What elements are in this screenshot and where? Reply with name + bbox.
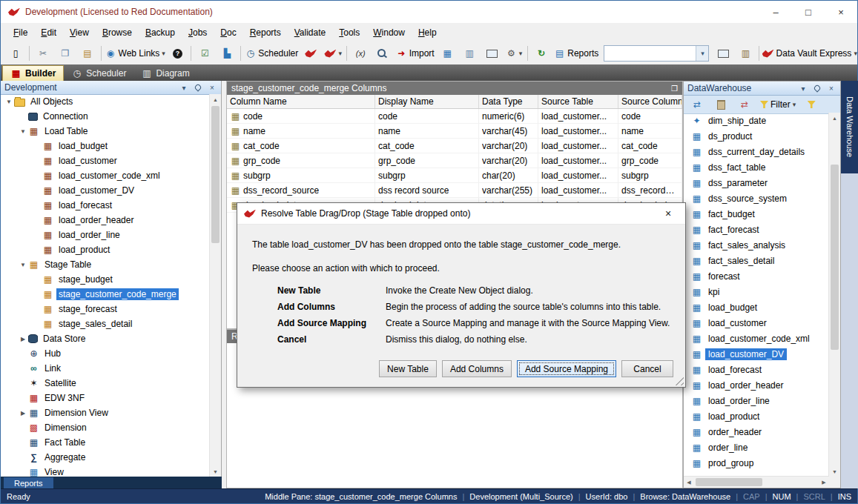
chevron-down-icon[interactable]: ▼ bbox=[4, 99, 14, 105]
tree-scrollbar[interactable]: ▲ ▼ bbox=[209, 94, 221, 477]
menu-backup[interactable]: Backup bbox=[139, 25, 182, 40]
add-source-mapping-button[interactable]: Add Source Mapping bbox=[517, 360, 616, 377]
cancel-button[interactable]: Cancel bbox=[621, 360, 673, 377]
browser-item-ds-product[interactable]: ▦ds_product bbox=[691, 128, 829, 144]
scroll-down-icon[interactable]: ▼ bbox=[829, 466, 840, 477]
tab-reports[interactable]: Reports bbox=[4, 477, 53, 489]
datawarehouse-side-tab[interactable]: Data Warehouse bbox=[841, 81, 858, 173]
browser-scrollbar[interactable]: ▲ ▼ bbox=[828, 113, 840, 477]
search-button[interactable] bbox=[372, 44, 394, 63]
browser-item-dim-ship-date[interactable]: ✦dim_ship_date bbox=[691, 113, 829, 128]
new-table-button[interactable]: New Table bbox=[379, 360, 437, 377]
browser-refresh-button[interactable]: ⇄ bbox=[686, 95, 708, 114]
browser-item-load-forecast[interactable]: ▦load_forecast bbox=[691, 362, 829, 377]
tree-item-all-objects[interactable]: ▼All Objects bbox=[1, 94, 210, 109]
tree-item-dimension-view[interactable]: ▶▦Dimension View bbox=[1, 405, 210, 420]
clipboard-button[interactable]: ☑ bbox=[194, 44, 216, 63]
menu-jobs[interactable]: Jobs bbox=[182, 25, 214, 40]
browser-item-load-order-line[interactable]: ▦load_order_line bbox=[691, 393, 829, 408]
menu-validate[interactable]: Validate bbox=[288, 25, 333, 40]
browser-item-dss-parameter[interactable]: ▦dss_parameter bbox=[691, 175, 829, 190]
resize-grip-icon[interactable] bbox=[675, 377, 684, 385]
filter-edit-button[interactable] bbox=[800, 95, 822, 114]
help-button[interactable] bbox=[166, 44, 188, 63]
close-button[interactable]: × bbox=[825, 1, 857, 23]
browser-item-prod-group[interactable]: ▦prod_group bbox=[691, 455, 829, 471]
filter-button[interactable]: Filter ▾ bbox=[757, 95, 799, 114]
browser-item-load-order-header[interactable]: ▦load_order_header bbox=[691, 377, 829, 393]
chevron-down-icon[interactable]: ▼ bbox=[18, 262, 28, 268]
tree-item-edw-3nf[interactable]: ▦EDW 3NF bbox=[1, 391, 210, 405]
browser-item-dss-source-system[interactable]: ▦dss_source_system bbox=[691, 190, 829, 206]
tree-item-load-customer-code-xml[interactable]: ▦load_customer_code_xml bbox=[1, 168, 210, 183]
tree-item-load-table[interactable]: ▼▦Load Table bbox=[1, 124, 210, 139]
scroll-right-icon[interactable]: ▶ bbox=[819, 477, 829, 488]
browser-item-kpi[interactable]: ▦kpi bbox=[691, 284, 829, 299]
pane-restore-icon[interactable]: ❐ bbox=[671, 84, 678, 93]
tree-item-stage-sales-detail[interactable]: ▦stage_sales_detail bbox=[1, 316, 210, 331]
table-row[interactable]: ▦dss_record_sourcedss record sourcevarch… bbox=[227, 183, 682, 198]
panel-menu-icon[interactable]: ▾ bbox=[798, 84, 808, 93]
tree-item-stage-forecast[interactable]: ▦stage_forecast bbox=[1, 302, 210, 316]
tree-item-load-product[interactable]: ▦load_product bbox=[1, 242, 210, 257]
tree-item-stage-budget[interactable]: ▦stage_budget bbox=[1, 272, 210, 287]
menu-browse[interactable]: Browse bbox=[96, 25, 139, 40]
menu-tools[interactable]: Tools bbox=[332, 25, 366, 40]
scroll-down-icon[interactable]: ▼ bbox=[210, 466, 221, 477]
column-header-column-name[interactable]: Column Name bbox=[227, 95, 375, 108]
scheduler-button[interactable]: ◷Scheduler bbox=[243, 44, 300, 63]
combo-dropdown-icon[interactable]: ▾ bbox=[696, 46, 708, 61]
browser-item-fact-forecast[interactable]: ▦fact_forecast bbox=[691, 222, 829, 237]
menu-view[interactable]: View bbox=[63, 25, 96, 40]
scroll-thumb[interactable] bbox=[211, 106, 220, 243]
tree-item-connection[interactable]: Connection bbox=[1, 109, 210, 124]
chart-button[interactable]: ▙ bbox=[216, 44, 238, 63]
tree-item-view[interactable]: ▦View bbox=[1, 465, 210, 477]
dialog-close-button[interactable]: × bbox=[658, 208, 679, 219]
panel-close-icon[interactable]: × bbox=[826, 84, 836, 93]
web-links-button[interactable]: ◉Web Links▾ bbox=[104, 44, 166, 63]
column-view-button[interactable]: ▥ bbox=[458, 44, 481, 63]
monitor-view-button[interactable] bbox=[712, 44, 734, 63]
scroll-thumb[interactable] bbox=[696, 478, 762, 486]
grid-view-button[interactable]: ▦ bbox=[436, 44, 458, 63]
tree-item-aggregate[interactable]: ∑Aggregate bbox=[1, 450, 210, 465]
refresh-button[interactable]: ↻ bbox=[530, 44, 552, 63]
tab-builder[interactable]: ▦Builder bbox=[2, 65, 64, 81]
scroll-up-icon[interactable]: ▲ bbox=[210, 94, 221, 105]
column-header-source-table[interactable]: Source Table bbox=[538, 95, 618, 108]
table-row[interactable]: ▦subgrpsubgrpchar(20)load_customer...sub… bbox=[227, 168, 682, 183]
browser-item-order-header[interactable]: ▦order_header bbox=[691, 424, 829, 440]
column-header-data-type[interactable]: Data Type bbox=[479, 95, 538, 108]
reports-button[interactable]: ▤Reports bbox=[552, 44, 600, 63]
tree-item-load-budget[interactable]: ▦load_budget bbox=[1, 139, 210, 153]
column-header-source-column[interactable]: Source Column bbox=[618, 95, 682, 108]
browser-item-dss-current-day-details[interactable]: ▦dss_current_day_details bbox=[691, 144, 829, 159]
browser-item-load-customer-code-xml[interactable]: ▦load_customer_code_xml bbox=[691, 331, 829, 346]
tab-scheduler[interactable]: ◷Scheduler bbox=[64, 66, 133, 81]
minimize-button[interactable]: – bbox=[759, 1, 792, 23]
reports-combobox[interactable]: ▾ bbox=[604, 45, 710, 62]
browser-item-load-customer-dv[interactable]: ▦load_customer_DV bbox=[691, 346, 829, 362]
tree-item-load-forecast[interactable]: ▦load_forecast bbox=[1, 198, 210, 213]
import-button[interactable]: ➜Import bbox=[394, 44, 436, 63]
browser-transfer-button[interactable]: ⇄ bbox=[733, 95, 756, 114]
scroll-thumb[interactable] bbox=[831, 165, 839, 350]
tree-item-dimension[interactable]: ▩Dimension bbox=[1, 420, 210, 435]
browser-item-fact-sales-detail[interactable]: ▦fact_sales_detail bbox=[691, 253, 829, 268]
new-document-button[interactable]: ▯ bbox=[4, 44, 27, 63]
browser-delete-button[interactable] bbox=[710, 95, 732, 114]
menu-window[interactable]: Window bbox=[366, 25, 412, 40]
browser-item-fact-budget[interactable]: ▦fact_budget bbox=[691, 206, 829, 222]
browser-item-load-budget[interactable]: ▦load_budget bbox=[691, 299, 829, 315]
pin-icon[interactable] bbox=[193, 84, 203, 90]
tree-item-stage-table[interactable]: ▼▦Stage Table bbox=[1, 257, 210, 272]
cut-button[interactable]: ✂ bbox=[32, 44, 54, 63]
chevron-right-icon[interactable]: ▶ bbox=[18, 336, 28, 342]
paste-button[interactable]: ▤ bbox=[76, 44, 99, 63]
pin-icon[interactable] bbox=[812, 85, 822, 91]
browser-item-dss-fact-table[interactable]: ▦dss_fact_table bbox=[691, 159, 829, 175]
tree-item-stage-customer-code-merge[interactable]: ▦stage_customer_code_merge bbox=[1, 287, 210, 302]
browser-hscrollbar[interactable]: ◀ ▶ bbox=[684, 476, 829, 488]
chevron-right-icon[interactable]: ▶ bbox=[18, 410, 28, 417]
